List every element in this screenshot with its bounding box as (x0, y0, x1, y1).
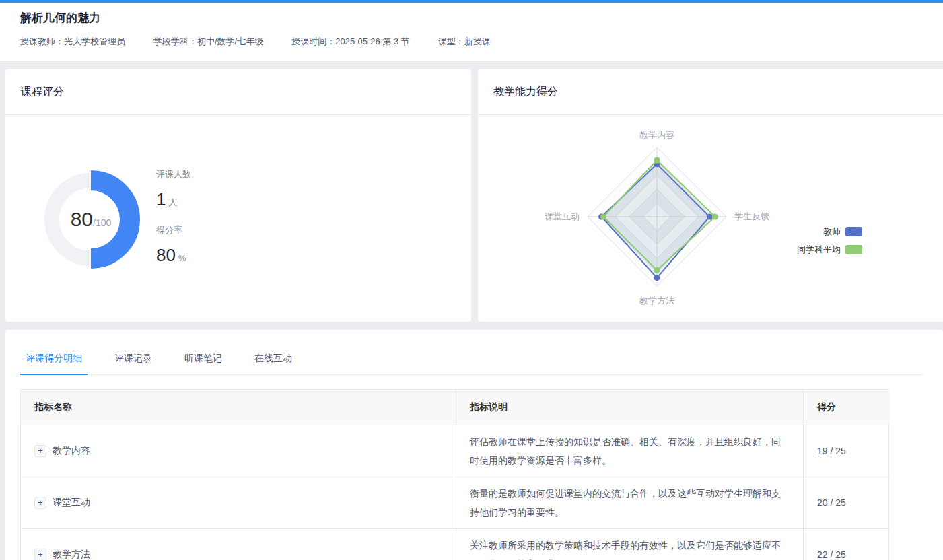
tab-listening-notes[interactable]: 听课笔记 (179, 351, 228, 374)
legend-item-peer-average[interactable]: 同学科平均 (797, 244, 862, 256)
legend-label-teacher: 教师 (823, 225, 841, 238)
tab-bar: 评课得分明细 评课记录 听课笔记 在线互动 (20, 351, 923, 375)
legend-swatch-peer-average (845, 245, 862, 254)
stat-rate-unit: % (178, 253, 186, 263)
expand-row-button[interactable]: + (34, 445, 46, 457)
tab-score-detail[interactable]: 评课得分明细 (20, 351, 88, 375)
score-detail-table: 指标名称 指标说明 得分 + 教学内容 评估教师在课堂上传授的知识是否准确、相关… (20, 389, 889, 560)
score-stats: 评课人数 1人 得分率 80% (156, 168, 191, 280)
page-title: 解析几何的魅力 (20, 10, 100, 26)
radar-chart: 教学内容学生反馈教学方法课堂互动 (478, 115, 943, 322)
table-row: + 教学内容 评估教师在课堂上传授的知识是否准确、相关、有深度，并且组织良好，同… (21, 425, 888, 477)
table-row: + 课堂互动 衡量的是教师如何促进课堂内的交流与合作，以及这些互动对学生理解和支… (21, 477, 888, 529)
radar-axis-label: 教学内容 (639, 130, 674, 140)
detail-panel: 评课得分明细 评课记录 听课笔记 在线互动 指标名称 指标说明 得分 + 教学内… (5, 330, 943, 560)
meta-teacher: 授课教师：光大学校管理员 (20, 36, 125, 48)
indicator-score: 19 / 25 (804, 425, 890, 477)
legend-label-peer-average: 同学科平均 (797, 244, 841, 256)
column-header-score: 得分 (804, 390, 890, 425)
stat-evaluators-unit: 人 (168, 197, 177, 207)
indicator-name: 教学方法 (53, 549, 90, 560)
column-header-indicator-description: 指标说明 (456, 390, 804, 425)
indicator-description: 衡量的是教师如何促进课堂内的交流与合作，以及这些互动对学生理解和支持他们学习的重… (456, 477, 804, 529)
indicator-description: 关注教师所采用的教学策略和技术手段的有效性，以及它们是否能够适应不同的学习风格和… (456, 529, 804, 560)
donut-score-value: 80 (71, 208, 93, 230)
indicator-score: 20 / 25 (804, 477, 890, 529)
expand-row-button[interactable]: + (34, 549, 46, 560)
indicator-name: 课堂互动 (53, 497, 90, 509)
radar-axis-label: 学生反馈 (734, 211, 769, 221)
indicator-description: 评估教师在课堂上传授的知识是否准确、相关、有深度，并且组织良好，同时使用的教学资… (456, 425, 804, 477)
course-score-card-title: 课程评分 (5, 69, 471, 115)
donut-score-max: /100 (93, 217, 111, 228)
stat-evaluators-label: 评课人数 (156, 168, 191, 180)
donut-center-text: 80/100 (37, 166, 145, 273)
course-header: 解析几何的魅力 授课教师：光大学校管理员 学段学科：初中/数学/七年级 授课时间… (0, 3, 943, 61)
radar-legend: 教师 同学科平均 (797, 225, 862, 256)
teaching-ability-card: 教学能力得分 教学内容学生反馈教学方法课堂互动 教师 同学科平均 (478, 69, 943, 322)
indicator-name: 教学内容 (53, 445, 90, 457)
course-meta: 授课教师：光大学校管理员 学段学科：初中/数学/七年级 授课时间：2025-05… (20, 36, 491, 48)
meta-time: 授课时间：2025-05-26 第 3 节 (291, 36, 410, 48)
teaching-ability-card-title: 教学能力得分 (478, 69, 943, 115)
course-score-card: 课程评分 80/100 评课人数 1人 得分率 80% (5, 69, 471, 322)
stat-evaluators-value: 1人 (156, 189, 191, 210)
stat-rate-value: 80% (156, 245, 191, 266)
tab-online-interaction[interactable]: 在线互动 (249, 351, 298, 374)
radar-axis-label: 教学方法 (639, 295, 674, 306)
legend-item-teacher[interactable]: 教师 (823, 225, 862, 238)
legend-swatch-teacher (845, 227, 862, 236)
indicator-score: 22 / 25 (804, 529, 890, 560)
radar-axis-label: 课堂互动 (545, 211, 580, 221)
stat-rate-label: 得分率 (156, 224, 191, 236)
table-row: + 教学方法 关注教师所采用的教学策略和技术手段的有效性，以及它们是否能够适应不… (21, 529, 888, 560)
tab-evaluation-records[interactable]: 评课记录 (109, 351, 158, 374)
expand-row-button[interactable]: + (34, 497, 46, 509)
table-header-row: 指标名称 指标说明 得分 (21, 390, 888, 425)
meta-subject: 学段学科：初中/数学/七年级 (153, 36, 263, 48)
column-header-indicator-name: 指标名称 (21, 390, 456, 425)
score-donut-chart: 80/100 (37, 166, 145, 273)
meta-course-type: 课型：新授课 (438, 36, 491, 48)
